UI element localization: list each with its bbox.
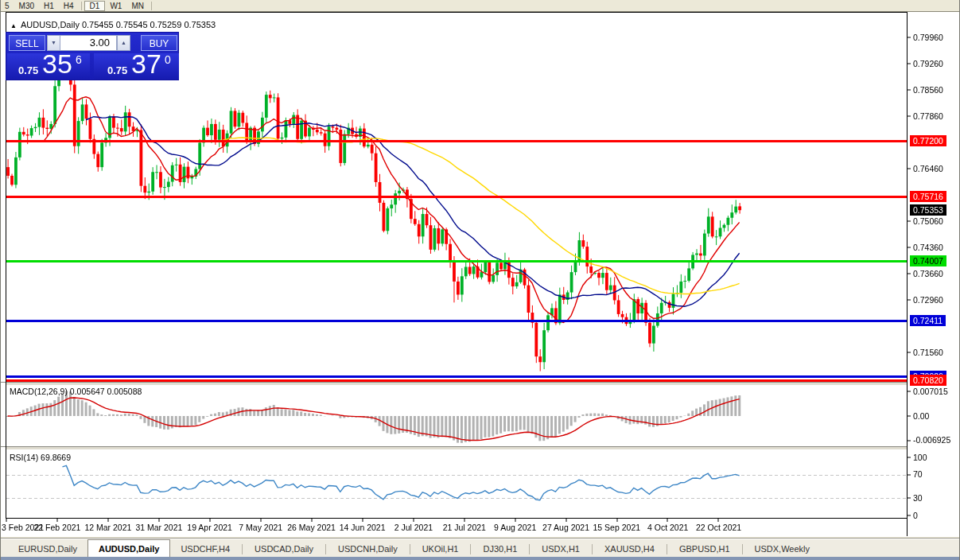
price-axis-label: 0.78560	[913, 85, 943, 95]
date-axis-label: 22 Feb 2021	[33, 523, 80, 532]
sell-price-pip: 6	[76, 53, 82, 66]
date-axis-label: 15 Sep 2021	[593, 523, 641, 532]
sell-button[interactable]: SELL	[9, 35, 45, 51]
chart-tab-eurusd[interactable]: EURUSD,Daily	[8, 541, 87, 558]
level-price-badge: 0.70820	[910, 375, 946, 386]
toolbar-separator	[151, 2, 152, 10]
buy-price-prefix: 0.75	[107, 64, 127, 76]
date-axis-label: 26 May 2021	[287, 523, 336, 532]
period-button-5[interactable]: 5	[0, 1, 14, 11]
tab-separator	[410, 544, 410, 554]
toolbar-separator	[81, 2, 82, 10]
period-button-w1[interactable]: W1	[105, 1, 126, 11]
period-toolbar: 5M30H1H4D1W1MN	[0, 0, 960, 12]
level-price-badge: 0.72411	[910, 315, 946, 326]
tab-separator	[667, 544, 667, 554]
tab-separator	[742, 544, 743, 554]
tab-separator	[325, 544, 326, 554]
current-price-badge: 0.75353	[910, 204, 946, 216]
period-button-mn[interactable]: MN	[126, 1, 149, 11]
collapse-icon[interactable]: ▲	[10, 22, 17, 29]
price-axis-label: 0.75060	[913, 216, 943, 226]
rsi-indicator-label: RSI(14) 69.8669	[10, 453, 71, 462]
sell-price-display[interactable]: 0.75 35 6	[7, 53, 90, 80]
price-axis-label: 0.71560	[913, 348, 943, 357]
period-button-d1[interactable]: D1	[84, 1, 106, 11]
rsi-axis-label: 70	[913, 469, 923, 479]
macd-axis-label: -0.006925	[913, 435, 950, 445]
price-axis-label: 0.79260	[913, 59, 943, 68]
period-button-m30[interactable]: M30	[14, 1, 39, 11]
price-axis-label: 0.74360	[913, 243, 943, 252]
price-axis-label: 0.72960	[913, 295, 943, 305]
macd-axis-label: 0.00	[913, 411, 929, 421]
trade-panel-row: SELL ▼ 3.00 ▲ BUY	[6, 33, 178, 52]
date-axis-label: 9 Aug 2021	[494, 523, 536, 532]
tab-separator	[592, 544, 593, 554]
chart-tab-audusd[interactable]: AUDUSD,Daily	[87, 539, 170, 558]
date-axis-label: 4 Oct 2021	[647, 523, 688, 532]
buy-price-big: 37	[131, 53, 161, 80]
terminal-window: 5M30H1H4D1W1MN ▲AUDUSD,Daily 0.75455 0.7…	[0, 0, 960, 560]
period-button-h4[interactable]: H4	[59, 1, 79, 11]
macd-indicator-label: MACD(12,26,9) 0.005647 0.005088	[10, 387, 142, 396]
level-price-badge: 0.75716	[910, 191, 946, 202]
one-click-trading-panel: SELL ▼ 3.00 ▲ BUY 0.75 35 6 0.75 37 0	[6, 32, 179, 80]
chart-tab-usdchf[interactable]: USDCHF,H4	[170, 541, 240, 558]
chart-tab-dj30[interactable]: DJ30,H1	[472, 541, 527, 558]
buy-price-display[interactable]: 0.75 37 0	[94, 53, 179, 80]
sell-price-prefix: 0.75	[18, 64, 38, 76]
date-axis-label: 7 May 2021	[239, 523, 282, 532]
volume-decrease-button[interactable]: ▼	[47, 35, 60, 51]
chart-tab-usdcnh[interactable]: USDCNH,Daily	[328, 541, 408, 558]
rsi-axis-label: 30	[913, 493, 923, 503]
date-axis-label: 21 Jul 2021	[443, 523, 486, 532]
rsi-axis-label: 100	[913, 453, 927, 462]
chart-tab-bar: EURUSD,DailyAUDUSD,DailyUSDCHF,H4USDCAD,…	[0, 538, 960, 558]
chart-tab-ukoil[interactable]: UKOil,H1	[412, 541, 469, 558]
chart-tab-xauusd[interactable]: XAUUSD,H4	[594, 541, 665, 558]
date-axis-label: 19 Apr 2021	[187, 523, 232, 532]
chart-tab-usdx[interactable]: USDX,H1	[531, 541, 590, 558]
date-axis-label: 31 Mar 2021	[135, 523, 182, 532]
price-axis-label: 0.79960	[913, 33, 943, 42]
period-button-h1[interactable]: H1	[39, 1, 59, 11]
chart-title-text: AUDUSD,Daily 0.75455 0.75545 0.75259 0.7…	[21, 20, 216, 29]
price-axis-label: 0.77860	[913, 111, 943, 121]
window-left-border	[0, 0, 1, 560]
price-chart-canvas[interactable]	[0, 0, 960, 560]
tab-separator	[470, 544, 471, 554]
chart-title: ▲AUDUSD,Daily 0.75455 0.75545 0.75259 0.…	[10, 20, 216, 29]
window-bottom-border	[0, 557, 960, 560]
macd-axis-label: 0.007015	[913, 387, 948, 396]
date-axis-label: 27 Aug 2021	[542, 523, 589, 532]
level-price-badge: 0.74007	[910, 255, 946, 266]
chart-tab-usdcad[interactable]: USDCAD,Daily	[244, 541, 324, 558]
buy-price-pip: 0	[165, 53, 171, 66]
level-price-badge: 0.77200	[910, 135, 946, 146]
date-axis-label: 2 Jul 2021	[394, 523, 433, 532]
tab-separator	[242, 544, 243, 554]
tab-separator	[529, 544, 530, 554]
sell-price-big: 35	[42, 53, 72, 80]
volume-increase-button[interactable]: ▲	[117, 35, 130, 51]
volume-input[interactable]: 3.00	[60, 35, 117, 51]
date-axis-label: 12 Mar 2021	[84, 523, 131, 532]
price-axis-label: 0.76460	[913, 164, 943, 173]
buy-button[interactable]: BUY	[141, 35, 177, 51]
chart-tab-gbpusd[interactable]: GBPUSD,H1	[669, 541, 740, 558]
date-axis-label: 22 Oct 2021	[696, 523, 741, 532]
rsi-axis-label: 0	[913, 511, 918, 520]
date-axis-label: 14 Jun 2021	[340, 523, 386, 532]
chart-tab-usdx[interactable]: USDX,Weekly	[744, 541, 820, 558]
price-axis-label: 0.73660	[913, 269, 943, 278]
